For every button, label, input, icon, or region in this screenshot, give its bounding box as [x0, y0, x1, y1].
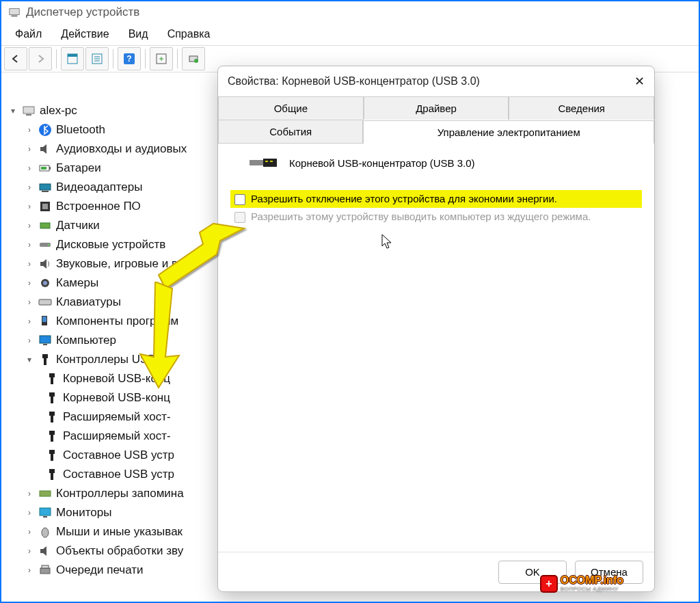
toolbar-btn-1[interactable]	[61, 47, 84, 70]
svg-rect-20	[42, 191, 49, 192]
devmgr-icon	[8, 6, 21, 18]
tree-item[interactable]: Звуковые, игровые и ви	[56, 257, 184, 271]
toolbar-sep	[177, 49, 178, 68]
tab-general[interactable]: Общие	[218, 96, 364, 120]
tab-details[interactable]: Сведения	[509, 96, 654, 120]
toolbar-btn-2[interactable]	[85, 47, 109, 70]
tree-item[interactable]: Мониторы	[56, 506, 111, 520]
tree-item[interactable]: Контроллеры запомина	[56, 487, 184, 500]
tree-item[interactable]: Батареи	[56, 161, 101, 175]
chevron-right-icon[interactable]: ›	[25, 259, 34, 269]
tree-item[interactable]: Компоненты программ	[56, 314, 178, 328]
checkbox-icon	[234, 212, 245, 223]
toolbar-btn-3[interactable]	[150, 47, 173, 70]
option-allow-power-off[interactable]: Разрешить отключение этого устройства дл…	[230, 190, 642, 208]
bluetooth-icon	[38, 123, 52, 137]
chevron-down-icon[interactable]: ▾	[25, 355, 34, 364]
chevron-right-icon[interactable]: ›	[25, 297, 34, 307]
svg-point-50	[42, 528, 49, 537]
camera-icon	[38, 276, 52, 290]
watermark-text: OCOMP.info	[561, 575, 623, 586]
svg-rect-43	[49, 450, 55, 454]
menubar: Файл Действие Вид Справка	[1, 23, 699, 45]
tree-item[interactable]: Компьютер	[56, 334, 116, 347]
chevron-right-icon[interactable]: ›	[25, 240, 34, 250]
tab-power-mgmt[interactable]: Управление электропитанием	[363, 120, 654, 144]
app-window: Диспетчер устройств Файл Действие Вид Сп…	[0, 0, 700, 603]
monitor-icon	[38, 506, 52, 520]
chevron-right-icon[interactable]: ›	[25, 144, 34, 154]
watermark-sub: ВОПРОСЫ АДМИНУ	[561, 586, 623, 592]
toolbar-sep	[145, 49, 146, 68]
tree-item[interactable]: Клавиатуры	[56, 295, 121, 309]
svg-rect-35	[49, 373, 55, 377]
tree-item[interactable]: Составное USB устр	[63, 448, 174, 462]
svg-rect-18	[41, 167, 46, 170]
svg-rect-19	[40, 184, 51, 190]
device-header: Корневой USB-концентратор (USB 3.0)	[250, 156, 642, 170]
usb-icon	[45, 429, 59, 443]
svg-rect-55	[265, 161, 268, 162]
tree-item[interactable]: Составное USB устр	[63, 468, 174, 481]
menu-action[interactable]: Действие	[51, 25, 118, 43]
tree-item[interactable]: Расширяемый хост-	[63, 429, 171, 443]
toolbar-sep	[56, 49, 57, 68]
tree-item[interactable]: Датчики	[56, 219, 100, 232]
menu-view[interactable]: Вид	[119, 25, 158, 43]
tree-item[interactable]: Bluetooth	[56, 123, 105, 137]
svg-rect-31	[40, 336, 51, 343]
tree-item[interactable]: Дисковые устройств	[56, 238, 165, 252]
tree-item[interactable]: Корневой USB-конц	[63, 391, 170, 405]
mouse-icon	[38, 525, 52, 539]
close-icon[interactable]: ✕	[634, 74, 645, 89]
dialog-body: Корневой USB-концентратор (USB 3.0) Разр…	[218, 144, 654, 552]
chevron-right-icon[interactable]: ›	[25, 317, 34, 326]
tree-item[interactable]: Контроллеры USB	[56, 353, 156, 366]
toolbar-btn-4[interactable]	[182, 47, 205, 70]
svg-rect-33	[42, 354, 48, 358]
chevron-right-icon[interactable]: ›	[25, 183, 34, 192]
tree-item[interactable]: Мыши и иные указывак	[56, 525, 183, 539]
tree-item[interactable]: Камеры	[56, 276, 98, 290]
menu-file[interactable]: Файл	[5, 25, 51, 43]
chevron-right-icon[interactable]: ›	[25, 221, 34, 230]
tab-events[interactable]: События	[218, 120, 363, 143]
tree-item[interactable]: Встроенное ПО	[56, 200, 141, 213]
svg-rect-53	[250, 160, 263, 165]
option-label: Разрешить отключение этого устройства дл…	[251, 193, 557, 204]
computer-icon	[22, 104, 36, 118]
chevron-right-icon[interactable]: ›	[25, 546, 34, 556]
tree-item[interactable]: Видеоадаптеры	[56, 180, 142, 194]
tree-item[interactable]: Очереди печати	[56, 563, 144, 577]
chevron-right-icon[interactable]: ›	[25, 163, 34, 173]
svg-rect-48	[40, 508, 51, 515]
chevron-right-icon[interactable]: ›	[25, 565, 34, 575]
svg-rect-3	[68, 54, 77, 57]
chevron-right-icon[interactable]: ›	[25, 508, 34, 518]
chevron-right-icon[interactable]: ›	[25, 527, 34, 537]
chevron-down-icon[interactable]: ▾	[8, 106, 18, 116]
tree-item[interactable]: Корневой USB-конц	[63, 372, 170, 386]
chevron-right-icon[interactable]: ›	[25, 489, 34, 498]
svg-rect-52	[42, 565, 49, 568]
svg-rect-13	[23, 107, 34, 113]
tree-item[interactable]: Объекты обработки зву	[56, 544, 183, 558]
chevron-right-icon[interactable]: ›	[25, 202, 34, 211]
nav-back-button[interactable]	[4, 47, 27, 70]
svg-rect-37	[49, 392, 55, 397]
usb-plug-icon	[250, 156, 280, 170]
menu-help[interactable]: Справка	[158, 25, 220, 43]
tree-item[interactable]: Аудиовходы и аудиовых	[56, 142, 187, 156]
toolbar-help-button[interactable]: ?	[118, 47, 141, 70]
svg-rect-54	[263, 159, 277, 167]
tree-item[interactable]: Расширяемый хост-	[63, 410, 171, 424]
device-name: Корневой USB-концентратор (USB 3.0)	[289, 157, 475, 169]
tab-driver[interactable]: Драйвер	[364, 96, 509, 120]
usb-controller-icon	[38, 353, 52, 366]
chevron-right-icon[interactable]: ›	[25, 336, 34, 345]
chevron-right-icon[interactable]: ›	[25, 125, 34, 135]
tree-root[interactable]: alex-pc	[40, 104, 77, 118]
nav-fwd-button[interactable]	[29, 47, 52, 70]
checkbox-icon[interactable]	[234, 194, 245, 205]
chevron-right-icon[interactable]: ›	[25, 278, 34, 288]
